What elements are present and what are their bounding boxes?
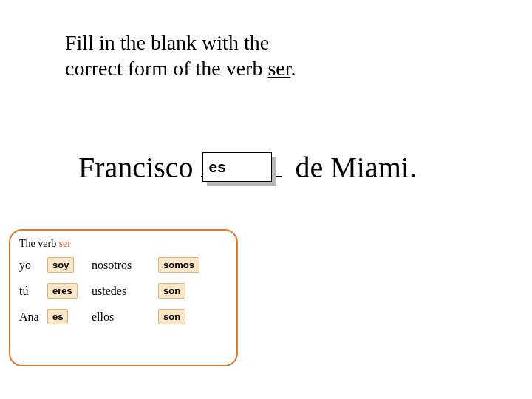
answer-text: es	[202, 152, 272, 182]
pronoun-yo: yo	[19, 259, 47, 272]
sentence-rest: de Miami.	[288, 151, 417, 184]
form-soy-cell: soy	[47, 257, 92, 273]
instruction-line1: Fill in the blank with the	[65, 31, 269, 54]
conjugation-chart: The verb ser yo soy nosotros somos tú er…	[9, 229, 238, 366]
instruction-line2-post: .	[291, 57, 296, 80]
chart-title: The verb ser	[19, 238, 228, 250]
instruction-line2-pre: correct form of the verb	[65, 57, 267, 80]
form-somos: somos	[158, 257, 200, 273]
pronoun-ellos: ellos	[92, 310, 158, 324]
answer-box: es	[202, 152, 272, 182]
form-son-ustedes: son	[158, 283, 185, 299]
form-eres: eres	[47, 283, 78, 299]
pronoun-ustedes: ustedes	[92, 284, 158, 298]
form-son-ellos: son	[158, 309, 185, 324]
form-es-cell: es	[47, 309, 92, 324]
pronoun-tu: tú	[19, 284, 47, 298]
form-son-ellos-cell: son	[158, 309, 210, 324]
pronoun-nosotros: nosotros	[92, 259, 158, 272]
pronoun-ana: Ana	[19, 310, 47, 324]
exercise-sentence: Francisco es de Miami.	[78, 146, 417, 185]
instruction-text: Fill in the blank with the correct form …	[65, 30, 296, 81]
slide: Fill in the blank with the correct form …	[0, 0, 532, 399]
sentence-subject: Francisco	[78, 151, 201, 184]
form-eres-cell: eres	[47, 283, 92, 299]
chart-title-pre: The verb	[19, 238, 59, 249]
blank: es	[201, 146, 288, 185]
form-soy: soy	[47, 257, 74, 273]
instruction-verb: ser	[267, 57, 290, 80]
chart-title-verb: ser	[59, 238, 71, 249]
form-es: es	[47, 309, 68, 324]
form-somos-cell: somos	[158, 257, 210, 273]
form-son-ustedes-cell: son	[158, 283, 210, 299]
chart-grid: yo soy nosotros somos tú eres ustedes so…	[19, 257, 228, 324]
